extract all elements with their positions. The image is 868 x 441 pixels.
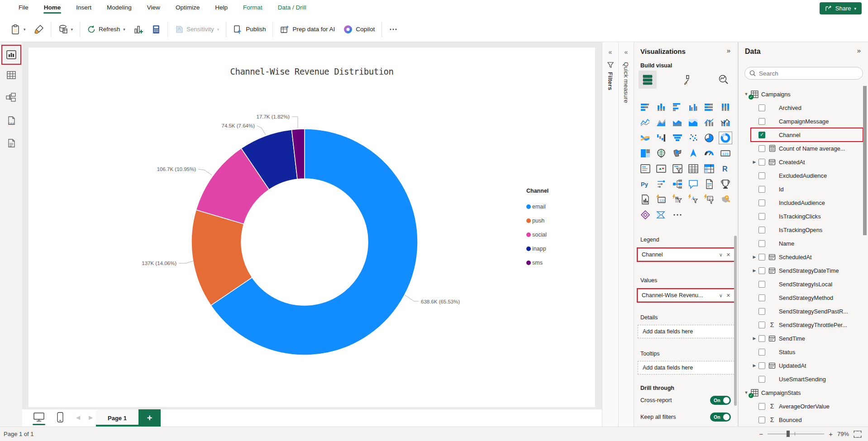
legend-item-sms[interactable]: sms <box>526 256 594 270</box>
chevron-down-icon[interactable]: ∨ <box>719 252 723 258</box>
field-checkbox[interactable] <box>758 254 765 261</box>
field-checkbox[interactable] <box>758 376 765 383</box>
dax-query-view-button[interactable]: DAX <box>2 112 20 130</box>
analytics-tab[interactable] <box>715 71 733 89</box>
menu-item-data-drill[interactable]: Data / Drill <box>270 0 314 14</box>
more-visuals-visual-button[interactable] <box>671 209 684 221</box>
field-checkbox[interactable] <box>758 294 765 301</box>
r-script-visual-button[interactable]: R <box>719 162 732 175</box>
field-checkbox[interactable] <box>758 159 765 166</box>
details-well-empty[interactable]: Add data fields here <box>638 325 734 338</box>
gauge-visual-button[interactable] <box>702 147 716 160</box>
field-checkbox[interactable] <box>758 186 765 193</box>
copilot-button[interactable]: Copilot <box>339 21 379 38</box>
field-row-istrackingopens[interactable]: IsTrackingOpens <box>751 223 863 236</box>
previous-page-arrow[interactable]: ◀ <box>76 414 80 421</box>
expand-quick-measure-icon[interactable]: « <box>625 48 628 56</box>
menu-item-format[interactable]: Format <box>235 0 270 14</box>
waterfall-chart-visual-button[interactable] <box>654 132 668 144</box>
page-tab[interactable]: Page 1 <box>96 409 138 427</box>
card-visual-button[interactable]: 123 <box>719 147 732 160</box>
field-row-usesmartsending[interactable]: UseSmartSending <box>751 373 863 385</box>
field-checkbox[interactable] <box>758 335 765 342</box>
q-and-a-visual-button[interactable] <box>687 178 700 190</box>
field-checkbox[interactable] <box>758 403 765 410</box>
field-row-scheduledat[interactable]: ▶ScheduledAt <box>751 251 863 263</box>
field-checkbox[interactable] <box>758 213 765 220</box>
multi-row-card-visual-button[interactable] <box>639 162 652 175</box>
field-checkbox[interactable] <box>758 362 765 369</box>
clustered-column-chart-visual-button[interactable] <box>687 101 700 114</box>
field-row-includedaudience[interactable]: IncludedAudience <box>751 196 863 209</box>
field-row-id[interactable]: Id <box>751 183 863 195</box>
keep-all-filters-toggle[interactable]: On <box>710 413 731 422</box>
field-checkbox[interactable] <box>758 227 765 233</box>
menu-item-help[interactable]: Help <box>207 0 235 14</box>
field-row-sendstrategyislocal[interactable]: SendStrategyIsLocal <box>751 278 863 290</box>
hundred-stacked-bar-chart-visual-button[interactable] <box>702 101 716 114</box>
stacked-area-chart-visual-button[interactable] <box>671 116 684 129</box>
cross-report-toggle[interactable]: On <box>710 396 731 405</box>
report-view-button[interactable] <box>2 46 20 64</box>
field-checkbox[interactable] <box>758 308 765 315</box>
zoom-slider[interactable] <box>768 434 824 434</box>
donut-chart[interactable]: 638.6K (65.53%)137K (14.06%)106.7K (10.9… <box>29 47 595 407</box>
report-page[interactable]: Channel-Wise Revenue Distribution 638.6K… <box>29 47 595 407</box>
arcgis-map-visual-button[interactable] <box>719 193 732 206</box>
field-checkbox[interactable] <box>758 199 765 206</box>
collapse-visualizations-icon[interactable]: » <box>727 47 730 54</box>
values-well-pill[interactable]: Channel-Wise Revenu... ∨ ✕ <box>638 289 734 302</box>
zoom-in-button[interactable]: + <box>829 430 833 438</box>
visualizations-scrollbar[interactable] <box>734 236 737 406</box>
field-row-sendtime[interactable]: ▶SendTime <box>751 332 863 345</box>
field-row-createdat[interactable]: ▶CreatedAt <box>751 156 863 168</box>
pie-chart-visual-button[interactable] <box>702 132 716 144</box>
transform-data-button[interactable]: ▾ <box>54 21 77 38</box>
legend-item-email[interactable]: email <box>526 199 594 213</box>
tmdl-view-button[interactable] <box>2 135 20 153</box>
map-visual-button[interactable] <box>654 147 668 160</box>
field-row-sendstrategythrottleper-[interactable]: ΣSendStrategyThrottlePer... <box>751 318 863 331</box>
chevron-down-icon[interactable]: ∨ <box>719 293 723 299</box>
format-painter-button[interactable] <box>30 21 48 38</box>
field-checkbox[interactable] <box>758 145 765 152</box>
stacked-column-chart-visual-button[interactable] <box>654 101 668 114</box>
field-row-excludedaudience[interactable]: ExcludedAudience <box>751 169 863 182</box>
line-chart-visual-button[interactable] <box>639 116 652 129</box>
filters-pane-label[interactable]: Filters <box>607 72 614 90</box>
chevron-collapsed-icon[interactable]: ▶ <box>751 268 758 273</box>
hundred-stacked-area-chart-visual-button[interactable] <box>687 116 700 129</box>
field-checkbox[interactable] <box>758 132 765 138</box>
menu-item-modeling[interactable]: Modeling <box>99 0 139 14</box>
legend-well-pill[interactable]: Channel ∨ ✕ <box>638 248 734 261</box>
table-visual-button[interactable] <box>687 162 700 175</box>
ribbon-chart-visual-button[interactable] <box>639 132 652 144</box>
list-slicer-visual-button[interactable] <box>702 193 716 206</box>
field-row-name[interactable]: Name <box>751 237 863 250</box>
power-apps-visual-button[interactable] <box>639 209 652 221</box>
field-checkbox[interactable] <box>758 118 765 125</box>
azure-map-visual-button[interactable] <box>687 147 700 160</box>
sensitivity-button[interactable]: Sensitivity▾ <box>171 22 223 37</box>
field-checkbox[interactable] <box>758 281 765 288</box>
refresh-button[interactable]: Refresh▾ <box>83 22 129 37</box>
smart-narrative-visual-button[interactable] <box>702 178 716 190</box>
table-view-button[interactable] <box>2 66 20 84</box>
more-commands-button[interactable] <box>385 22 402 37</box>
metrics-visual-button[interactable] <box>719 178 732 190</box>
new-visual-button[interactable] <box>129 21 148 38</box>
chevron-collapsed-icon[interactable]: ▶ <box>751 336 758 341</box>
decomposition-tree-visual-button[interactable] <box>671 178 684 190</box>
stacked-bar-chart-visual-button[interactable] <box>639 101 652 114</box>
field-checkbox[interactable] <box>758 172 765 179</box>
funnel-chart-visual-button[interactable] <box>671 132 684 144</box>
format-visual-tab[interactable] <box>677 71 695 89</box>
table-node-campaignstats[interactable]: ▼✓CampaignStats <box>743 386 866 399</box>
field-row-sendstrategysendpastr-[interactable]: SendStrategySendPastR... <box>751 305 863 318</box>
expand-filters-icon[interactable]: « <box>609 48 612 56</box>
field-row-archived[interactable]: Archived <box>751 101 863 114</box>
chevron-collapsed-icon[interactable]: ▶ <box>751 363 758 368</box>
field-row-istrackingclicks[interactable]: IsTrackingClicks <box>751 210 863 223</box>
kpi-visual-button[interactable] <box>654 162 668 175</box>
menu-item-file[interactable]: File <box>11 0 36 14</box>
